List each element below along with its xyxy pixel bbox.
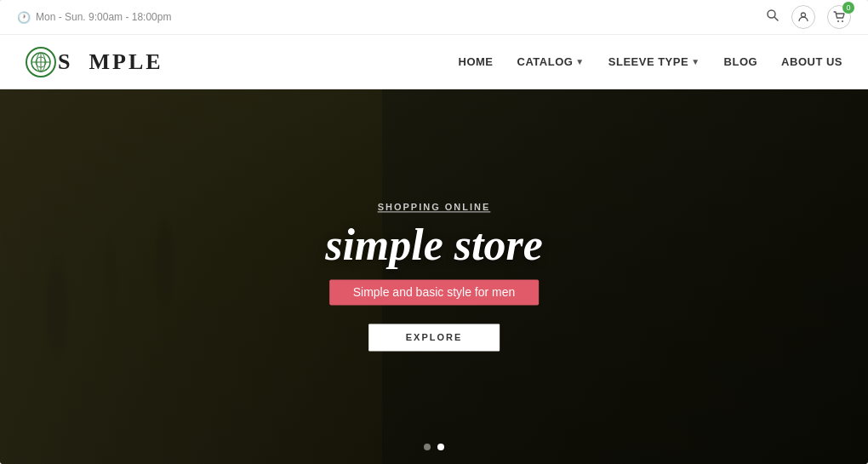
hero-cta-button[interactable]: EXPLORE (368, 324, 500, 352)
hero-section: SHOPPING ONLINE simple store Simple and … (0, 89, 868, 464)
hero-subheading: SHOPPING ONLINE (325, 202, 543, 212)
cart-count: 0 (842, 2, 854, 14)
cart-icon-button[interactable]: 0 (827, 5, 851, 29)
nav-about-us[interactable]: ABOUT US (781, 55, 842, 68)
search-icon[interactable] (766, 9, 779, 26)
hero-title: simple store (325, 221, 543, 269)
svg-point-3 (837, 20, 839, 22)
sleeve-chevron-icon: ▼ (691, 57, 700, 66)
hero-tagline: Simple and basic style for men (329, 280, 540, 306)
dot-2[interactable] (437, 444, 444, 450)
nav-catalog[interactable]: CATALOG ▼ (517, 55, 585, 68)
logo-icon (26, 47, 56, 77)
hours-text: Mon - Sun. 9:00am - 18:00pm (36, 11, 171, 23)
logo[interactable]: S MPLE (26, 47, 163, 77)
clock-icon: 🕐 (17, 11, 31, 24)
hero-content: SHOPPING ONLINE simple store Simple and … (325, 202, 543, 351)
nav-blog[interactable]: BLOG (724, 55, 758, 68)
svg-point-2 (802, 13, 806, 17)
nav-home[interactable]: HOME (459, 55, 494, 68)
top-bar-hours: 🕐 Mon - Sun. 9:00am - 18:00pm (17, 11, 171, 24)
main-nav: HOME CATALOG ▼ SLEEVE TYPE ▼ BLOG ABOUT … (459, 55, 842, 68)
nav-sleeve-type[interactable]: SLEEVE TYPE ▼ (608, 55, 700, 68)
header: S MPLE HOME CATALOG ▼ SLEEVE TYPE ▼ BLOG… (0, 35, 868, 89)
top-bar: 🕐 Mon - Sun. 9:00am - 18:00pm (0, 0, 868, 35)
svg-point-0 (768, 10, 775, 18)
top-bar-icons: 0 (766, 5, 851, 29)
catalog-chevron-icon: ▼ (575, 57, 584, 66)
dot-1[interactable] (424, 444, 431, 450)
svg-point-4 (842, 20, 843, 22)
hero-dots (424, 444, 444, 450)
svg-line-1 (774, 17, 778, 20)
logo-text: S MPLE (58, 49, 163, 75)
user-icon-button[interactable] (791, 5, 815, 29)
browser-frame: 🕐 Mon - Sun. 9:00am - 18:00pm (0, 0, 868, 464)
